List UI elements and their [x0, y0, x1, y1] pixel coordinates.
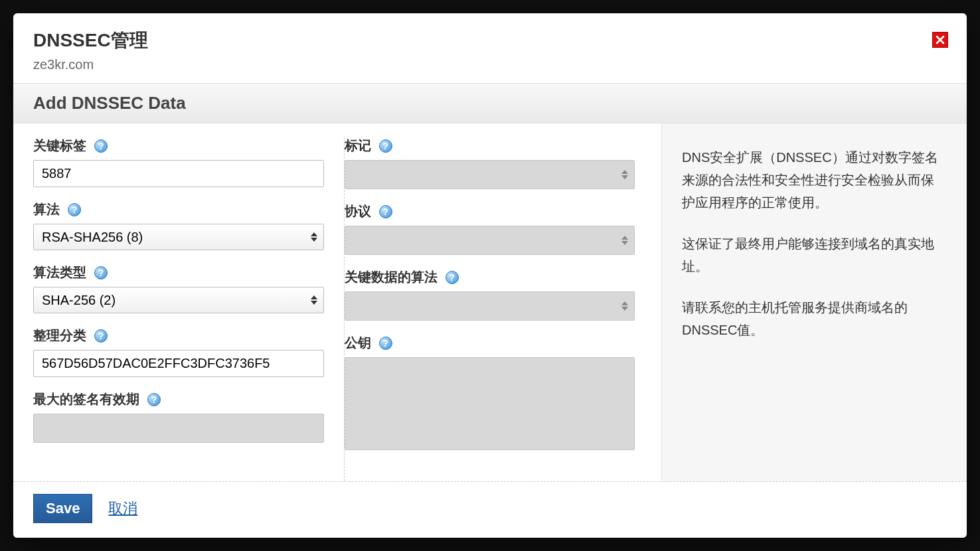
- select-algorithm[interactable]: RSA-SHA256 (8): [33, 224, 324, 250]
- modal-header: DNSSEC管理 ze3kr.com: [13, 13, 967, 83]
- info-sidebar: DNS安全扩展（DNSSEC）通过对数字签名来源的合法性和安全性进行安全检验从而…: [661, 123, 967, 481]
- help-icon[interactable]: ?: [94, 329, 108, 343]
- help-icon[interactable]: ?: [379, 139, 392, 153]
- close-button[interactable]: [932, 32, 948, 48]
- help-icon[interactable]: ?: [147, 393, 161, 406]
- help-icon[interactable]: ?: [94, 139, 108, 153]
- help-icon[interactable]: ?: [446, 271, 459, 284]
- section-title: Add DNSSEC Data: [33, 93, 947, 114]
- input-max-sig: [33, 414, 324, 443]
- help-icon[interactable]: ?: [68, 203, 81, 216]
- sidebar-text-2: 这保证了最终用户能够连接到域名的真实地址。: [682, 232, 947, 277]
- modal-body: 关键标签 ? 算法 ? RSA-SHA256 (8): [13, 123, 967, 481]
- save-button[interactable]: Save: [33, 494, 92, 523]
- label-protocol: 协议: [345, 202, 371, 220]
- form-column-right: 标记 ? 协议 ?: [345, 137, 655, 481]
- select-flag: [345, 160, 635, 189]
- modal-title: DNSSEC管理: [33, 28, 947, 53]
- sidebar-text-1: DNS安全扩展（DNSSEC）通过对数字签名来源的合法性和安全性进行安全检验从而…: [682, 146, 947, 214]
- label-digest: 整理分类: [33, 327, 86, 345]
- cancel-link[interactable]: 取消: [108, 499, 137, 518]
- select-key-algo: [345, 291, 635, 321]
- help-icon[interactable]: ?: [379, 205, 392, 218]
- field-protocol: 协议 ?: [345, 202, 635, 255]
- field-key-tag: 关键标签 ?: [33, 137, 324, 187]
- form-column-left: 关键标签 ? 算法 ? RSA-SHA256 (8): [33, 137, 345, 481]
- help-icon[interactable]: ?: [94, 266, 108, 279]
- field-pubkey: 公钥 ?: [345, 334, 635, 450]
- field-algorithm-type: 算法类型 ? SHA-256 (2): [33, 264, 324, 313]
- sidebar-text-3: 请联系您的主机托管服务提供商域名的DNSSEC值。: [682, 296, 947, 341]
- help-icon[interactable]: ?: [379, 337, 392, 350]
- modal-footer: Save 取消: [13, 481, 967, 538]
- form-area: 关键标签 ? 算法 ? RSA-SHA256 (8): [13, 123, 661, 481]
- label-flag: 标记: [345, 137, 371, 155]
- label-algorithm-type: 算法类型: [33, 264, 86, 281]
- field-digest: 整理分类 ?: [33, 327, 324, 377]
- field-max-sig: 最大的签名有效期 ?: [33, 390, 324, 443]
- label-algorithm: 算法: [33, 200, 60, 218]
- section-header: Add DNSSEC Data: [13, 83, 967, 123]
- label-key-algo: 关键数据的算法: [345, 268, 438, 286]
- dnssec-modal: DNSSEC管理 ze3kr.com Add DNSSEC Data 关键标签 …: [13, 13, 967, 538]
- select-algorithm-type[interactable]: SHA-256 (2): [33, 287, 324, 313]
- input-key-tag[interactable]: [33, 160, 324, 187]
- label-pubkey: 公钥: [345, 334, 371, 352]
- label-key-tag: 关键标签: [33, 137, 86, 155]
- select-protocol: [345, 226, 635, 255]
- label-max-sig: 最大的签名有效期: [33, 390, 139, 408]
- modal-subtitle: ze3kr.com: [33, 57, 947, 72]
- field-flag: 标记 ?: [345, 137, 635, 189]
- input-digest[interactable]: [33, 350, 324, 377]
- field-key-algo: 关键数据的算法 ?: [345, 268, 635, 321]
- close-icon: [936, 35, 945, 44]
- field-algorithm: 算法 ? RSA-SHA256 (8): [33, 200, 324, 250]
- textarea-pubkey: [345, 357, 635, 450]
